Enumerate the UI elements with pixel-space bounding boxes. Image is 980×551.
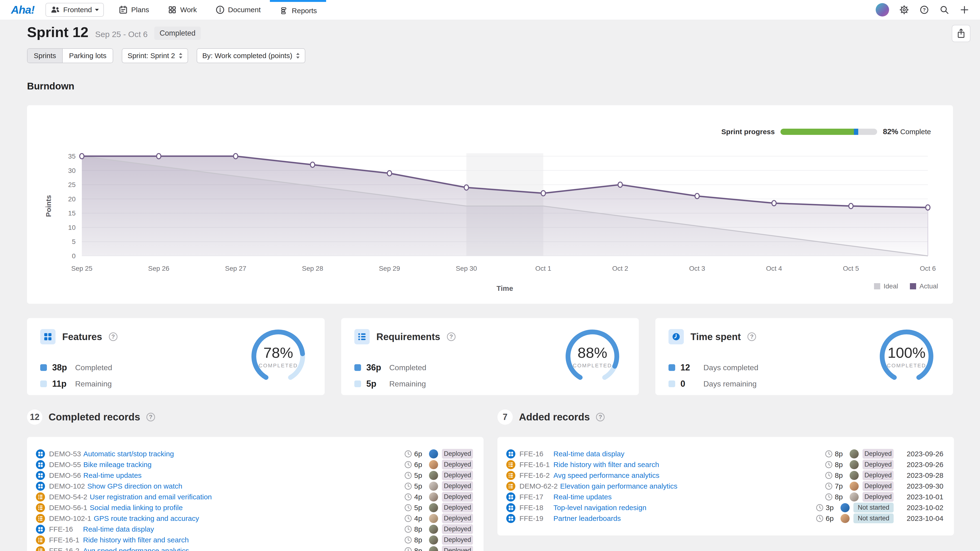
legend-value: 12 bbox=[681, 362, 698, 373]
record-points: 6p bbox=[826, 514, 837, 522]
record-meta: 5p Deployed bbox=[404, 503, 473, 513]
record-date: 2023-09-28 bbox=[894, 472, 943, 480]
svg-text:Oct 5: Oct 5 bbox=[843, 265, 859, 272]
assignee-avatar bbox=[850, 449, 859, 459]
sprint-status-badge: Completed bbox=[154, 27, 201, 40]
clock-icon bbox=[404, 525, 412, 533]
gauge-sublabel: COMPLETED bbox=[259, 362, 298, 369]
help-icon[interactable] bbox=[447, 332, 455, 341]
legend-label: Days remaining bbox=[703, 380, 757, 388]
svg-text:?: ? bbox=[923, 7, 926, 13]
filter-bar: Sprints Parking lots Sprint: Sprint 2 By… bbox=[27, 48, 305, 63]
clock-icon bbox=[404, 482, 412, 490]
record-link[interactable]: Elevation gain performance analytics bbox=[560, 482, 677, 490]
clock-icon bbox=[404, 472, 412, 480]
search-icon[interactable] bbox=[939, 5, 950, 15]
clock-icon bbox=[825, 460, 833, 469]
record-link[interactable]: User registration and email verification bbox=[90, 493, 212, 501]
record-meta: 8p Deployed 2023-09-26 bbox=[825, 449, 943, 459]
clock-icon bbox=[816, 514, 824, 522]
completion-gauge: 100% COMPLETED bbox=[875, 325, 938, 388]
record-points: 8p bbox=[414, 536, 426, 544]
record-link[interactable]: Social media linking to profile bbox=[90, 503, 183, 512]
record-link[interactable]: Real-time data display bbox=[554, 450, 624, 458]
segment-parking-lots[interactable]: Parking lots bbox=[63, 49, 113, 63]
feature-icon bbox=[506, 514, 515, 523]
status-badge: Deployed bbox=[442, 513, 473, 523]
record-points: 4p bbox=[414, 514, 426, 522]
record-link[interactable]: Top-level navigation redesign bbox=[554, 503, 646, 512]
svg-text:5: 5 bbox=[72, 238, 76, 245]
requirements-card: Requirements 36p Completed 5p Remaining … bbox=[341, 318, 639, 395]
burndown-chart-card: 05101520253035Sep 25Sep 26Sep 27Sep 28Se… bbox=[27, 105, 953, 304]
record-meta: 8p Deployed bbox=[404, 546, 473, 551]
nav-item-work[interactable]: Work bbox=[158, 0, 206, 20]
assignee-avatar bbox=[840, 503, 850, 512]
plus-icon[interactable] bbox=[959, 5, 969, 15]
record-date: 2023-09-30 bbox=[894, 482, 943, 490]
features-card: Features 38p Completed 11p Remaining 78%… bbox=[27, 318, 325, 395]
legend-value: 0 bbox=[681, 379, 698, 389]
aha-logo[interactable]: Aha! bbox=[11, 3, 35, 16]
user-avatar[interactable] bbox=[876, 3, 889, 16]
record-row: FFE-16-1 Ride history with filter and se… bbox=[506, 459, 943, 470]
legend-swatch bbox=[668, 381, 675, 387]
record-meta: 8p Deployed 2023-09-28 bbox=[825, 470, 943, 480]
progress-suffix: Complete bbox=[900, 128, 931, 136]
feature-icon bbox=[506, 492, 515, 502]
record-id: FFE-16-2 bbox=[45, 547, 83, 551]
status-badge: Deployed bbox=[442, 492, 473, 502]
record-link[interactable]: Avg speed performance analytics bbox=[554, 472, 659, 480]
nav-item-document[interactable]: Document bbox=[206, 0, 270, 20]
gauge-percent: 88% bbox=[578, 344, 607, 361]
requirements-icon bbox=[354, 329, 370, 345]
svg-text:Sep 25: Sep 25 bbox=[71, 265, 92, 272]
clock-icon bbox=[825, 482, 833, 490]
record-link[interactable]: Real-time data display bbox=[83, 525, 154, 533]
record-link[interactable]: Real-time updates bbox=[83, 472, 142, 480]
record-link[interactable]: Real-time updates bbox=[554, 493, 611, 501]
view-segmented-control: Sprints Parking lots bbox=[27, 48, 113, 63]
help-icon[interactable]: ? bbox=[919, 5, 929, 15]
nav-label: Reports bbox=[292, 7, 317, 15]
help-icon[interactable] bbox=[748, 332, 756, 341]
progress-completed-segment bbox=[780, 129, 854, 135]
clock-icon bbox=[404, 503, 412, 512]
sort-arrows-icon bbox=[179, 53, 182, 59]
record-link[interactable]: Show GPS direction on watch bbox=[88, 482, 182, 490]
gear-icon[interactable] bbox=[899, 5, 909, 15]
status-badge: Not started bbox=[853, 503, 894, 513]
time-spent-icon bbox=[668, 329, 684, 345]
record-link[interactable]: GPS route tracking and accuracy bbox=[94, 514, 199, 522]
record-link[interactable]: Automatic start/stop tracking bbox=[83, 450, 174, 458]
completed-count-badge: 12 bbox=[27, 410, 42, 425]
record-row: FFE-16-2 Avg speed performance analytics… bbox=[506, 470, 943, 481]
record-row: DEMO-53 Automatic start/stop tracking 6p… bbox=[36, 448, 473, 459]
record-link[interactable]: Ride history with filter and search bbox=[83, 536, 189, 544]
feature-icon bbox=[36, 449, 45, 459]
svg-text:Oct 3: Oct 3 bbox=[689, 265, 705, 272]
record-link[interactable]: Avg speed performance analytics bbox=[83, 547, 189, 551]
nav-label: Document bbox=[228, 6, 261, 14]
sprint-select[interactable]: Sprint: Sprint 2 bbox=[122, 48, 188, 63]
record-link[interactable]: Ride history with filter and search bbox=[554, 460, 659, 469]
requirement-icon bbox=[506, 481, 515, 491]
record-points: 5p bbox=[414, 503, 426, 512]
segment-sprints[interactable]: Sprints bbox=[27, 49, 63, 63]
legend-value: 5p bbox=[366, 379, 384, 389]
help-icon[interactable] bbox=[596, 413, 605, 421]
nav-item-plans[interactable]: Plans bbox=[109, 0, 158, 20]
card-title: Features bbox=[62, 332, 102, 342]
record-link[interactable]: Bike mileage tracking bbox=[83, 460, 151, 469]
by-select[interactable]: By: Work completed (points) bbox=[197, 48, 305, 63]
help-icon[interactable] bbox=[146, 413, 155, 421]
record-link[interactable]: Partner leaderboards bbox=[554, 514, 621, 522]
workspace-selector[interactable]: Frontend bbox=[45, 3, 104, 17]
help-icon[interactable] bbox=[109, 332, 118, 341]
requirement-icon bbox=[36, 503, 45, 513]
record-row: DEMO-56-1 Social media linking to profil… bbox=[36, 502, 473, 513]
export-button[interactable] bbox=[952, 25, 970, 42]
nav-item-reports[interactable]: Reports bbox=[270, 0, 326, 20]
share-icon bbox=[956, 28, 966, 39]
card-title: Time spent bbox=[690, 332, 741, 342]
